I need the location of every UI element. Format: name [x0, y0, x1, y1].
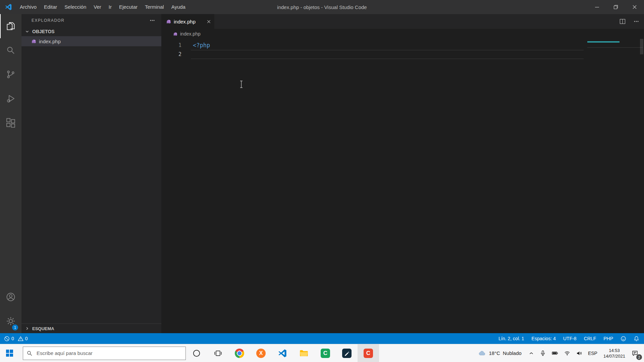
taskbar-search[interactable] — [23, 347, 186, 360]
clock[interactable]: 14:53 14/07/2021 — [600, 348, 629, 359]
sidebar-item-run-debug[interactable] — [0, 86, 21, 111]
minimap[interactable] — [587, 39, 644, 333]
menu-seleccion[interactable]: Selección — [61, 0, 90, 14]
cortana-button[interactable] — [186, 344, 207, 362]
scrollbar[interactable] — [640, 39, 643, 54]
title-bar: Archivo Editar Selección Ver Ir Ejecutar… — [0, 0, 644, 14]
eol-sequence[interactable]: CRLF — [584, 336, 596, 341]
menu-ir[interactable]: Ir — [105, 0, 115, 14]
task-view-icon — [214, 349, 222, 358]
menu-ayuda[interactable]: Ayuda — [168, 0, 189, 14]
snip-tool-button[interactable] — [336, 344, 358, 362]
camtasia-red-icon: C — [364, 349, 373, 358]
task-view-button[interactable] — [207, 344, 229, 362]
breadcrumb[interactable]: index.php — [161, 29, 644, 39]
problems-indicator[interactable]: 0 0 — [4, 336, 28, 342]
explorer-sidebar: EXPLORADOR OBJETOS index.php — [21, 14, 161, 333]
file-item-index-php[interactable]: index.php — [21, 36, 161, 46]
volume-tray-button[interactable] — [573, 344, 585, 362]
sidebar-item-source-control[interactable] — [0, 62, 21, 86]
menu-ver[interactable]: Ver — [90, 0, 105, 14]
taskbar-search-input[interactable] — [36, 350, 182, 356]
tab-index-php[interactable]: index.php — [161, 14, 214, 29]
action-center-button[interactable]: 2 — [629, 344, 643, 362]
split-editor-icon[interactable] — [619, 18, 626, 25]
settings-button[interactable]: 1 — [0, 309, 21, 333]
chrome-icon — [235, 349, 244, 358]
weather-widget[interactable]: 18°C Nublado — [474, 349, 526, 357]
code-editor[interactable]: 1 <?php 2 — [161, 39, 644, 333]
minimize-button[interactable] — [588, 0, 606, 14]
window-title: index.php - objetos - Visual Studio Code — [277, 4, 367, 10]
feedback-smiley-icon[interactable] — [621, 336, 626, 342]
file-item-label: index.php — [39, 39, 61, 44]
minimap-code-line — [587, 41, 620, 43]
settings-badge: 1 — [12, 324, 18, 330]
encoding[interactable]: UTF-8 — [563, 336, 577, 341]
indentation[interactable]: Espacios: 4 — [532, 336, 556, 341]
chevron-up-icon — [528, 350, 534, 356]
chrome-button[interactable] — [229, 344, 250, 362]
microphone-tray-button[interactable] — [537, 344, 549, 362]
xampp-button[interactable]: X — [250, 344, 272, 362]
hidden-icons-button[interactable] — [526, 344, 537, 362]
file-explorer-icon — [299, 349, 309, 358]
vscode-logo-icon — [5, 3, 12, 11]
explorer-header: EXPLORADOR — [21, 14, 161, 27]
restore-button[interactable] — [606, 0, 625, 14]
chevron-right-icon — [24, 325, 30, 331]
explorer-title: EXPLORADOR — [32, 18, 64, 23]
sidebar-item-extensions[interactable] — [0, 111, 21, 135]
warning-count: 0 — [25, 336, 28, 341]
keyboard-language[interactable]: ESP — [585, 344, 600, 362]
account-icon — [6, 292, 16, 302]
xampp-icon: X — [256, 349, 266, 358]
microphone-icon — [540, 350, 546, 356]
explorer-files-icon — [6, 21, 16, 31]
file-explorer-button[interactable] — [293, 344, 315, 362]
sidebar-item-explorer[interactable] — [0, 14, 21, 38]
php-file-icon — [31, 39, 37, 44]
camtasia-green-button[interactable]: C — [315, 344, 336, 362]
more-actions-icon[interactable] — [149, 17, 155, 23]
outline-section-label: ESQUEMA — [32, 326, 54, 331]
battery-icon — [551, 350, 558, 357]
editor-actions — [619, 14, 639, 29]
more-actions-icon[interactable] — [633, 18, 639, 24]
chevron-down-icon — [24, 28, 30, 35]
network-tray-button[interactable] — [561, 344, 573, 362]
php-file-icon — [173, 32, 178, 37]
weather-desc: Nublado — [503, 350, 522, 356]
battery-tray-button[interactable] — [549, 344, 561, 362]
vscode-icon — [278, 349, 287, 358]
line-number: 1 — [161, 41, 181, 50]
outline-section[interactable]: ESQUEMA — [21, 323, 161, 333]
bell-icon[interactable] — [634, 336, 639, 342]
close-window-button[interactable] — [625, 0, 644, 14]
menu-ejecutar[interactable]: Ejecutar — [115, 0, 141, 14]
error-count: 0 — [11, 336, 14, 341]
language-mode[interactable]: PHP — [603, 336, 613, 341]
start-button[interactable] — [0, 344, 19, 362]
vscode-taskbar-button[interactable] — [272, 344, 293, 362]
menu-archivo[interactable]: Archivo — [16, 0, 40, 14]
sidebar-item-search[interactable] — [0, 38, 21, 62]
close-tab-icon[interactable] — [207, 19, 211, 24]
cortana-icon — [192, 349, 201, 358]
clock-date: 14/07/2021 — [603, 353, 625, 359]
tab-label: index.php — [174, 19, 196, 24]
snip-tool-icon — [342, 349, 352, 358]
folder-section-objetos[interactable]: OBJETOS — [21, 27, 161, 36]
minimap-slider-edge — [587, 47, 643, 48]
menu-terminal[interactable]: Terminal — [141, 0, 168, 14]
weather-temp: 18°C — [489, 350, 500, 356]
speaker-icon — [576, 350, 583, 357]
camtasia-red-button[interactable]: C — [358, 344, 379, 362]
editor-group: index.php index.p — [161, 14, 644, 333]
cursor-position[interactable]: Lín. 2, col. 1 — [498, 336, 524, 341]
system-tray: 18°C Nublado — [474, 344, 644, 362]
current-line-highlight — [191, 50, 584, 59]
accounts-button[interactable] — [0, 285, 21, 309]
menu-editar[interactable]: Editar — [40, 0, 61, 14]
wifi-icon — [564, 350, 571, 357]
